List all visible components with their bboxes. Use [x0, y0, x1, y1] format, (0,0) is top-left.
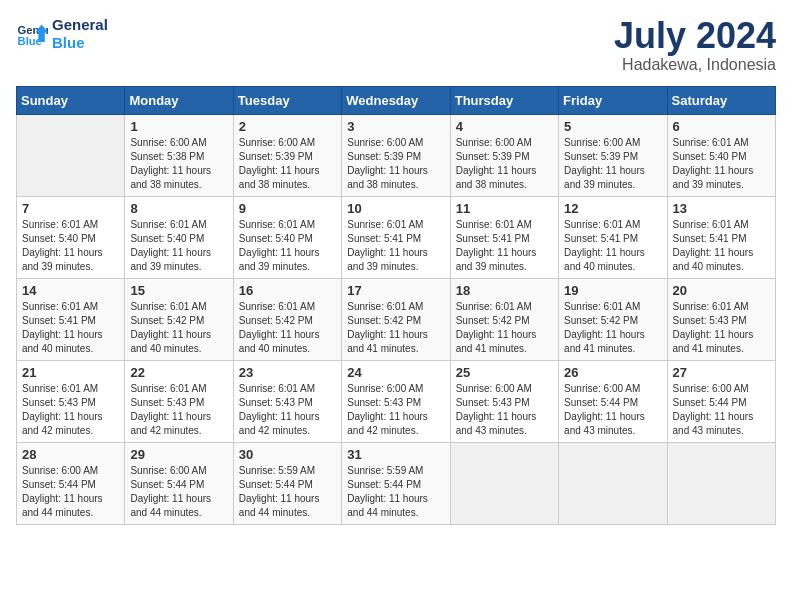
- day-info: Sunrise: 6:01 AMSunset: 5:41 PMDaylight:…: [564, 218, 661, 274]
- calendar-cell: 2Sunrise: 6:00 AMSunset: 5:39 PMDaylight…: [233, 114, 341, 196]
- calendar-cell: 24Sunrise: 6:00 AMSunset: 5:43 PMDayligh…: [342, 360, 450, 442]
- calendar-cell: 14Sunrise: 6:01 AMSunset: 5:41 PMDayligh…: [17, 278, 125, 360]
- day-number: 10: [347, 201, 444, 216]
- day-info: Sunrise: 6:00 AMSunset: 5:39 PMDaylight:…: [239, 136, 336, 192]
- day-number: 20: [673, 283, 770, 298]
- calendar-cell: 1Sunrise: 6:00 AMSunset: 5:38 PMDaylight…: [125, 114, 233, 196]
- day-number: 24: [347, 365, 444, 380]
- day-info: Sunrise: 6:00 AMSunset: 5:44 PMDaylight:…: [22, 464, 119, 520]
- weekday-row: SundayMondayTuesdayWednesdayThursdayFrid…: [17, 86, 776, 114]
- day-info: Sunrise: 6:01 AMSunset: 5:41 PMDaylight:…: [673, 218, 770, 274]
- day-info: Sunrise: 6:00 AMSunset: 5:38 PMDaylight:…: [130, 136, 227, 192]
- day-info: Sunrise: 6:01 AMSunset: 5:42 PMDaylight:…: [564, 300, 661, 356]
- weekday-header-tuesday: Tuesday: [233, 86, 341, 114]
- calendar-cell: 6Sunrise: 6:01 AMSunset: 5:40 PMDaylight…: [667, 114, 775, 196]
- calendar-cell: 10Sunrise: 6:01 AMSunset: 5:41 PMDayligh…: [342, 196, 450, 278]
- calendar-cell: 18Sunrise: 6:01 AMSunset: 5:42 PMDayligh…: [450, 278, 558, 360]
- day-number: 23: [239, 365, 336, 380]
- day-number: 14: [22, 283, 119, 298]
- calendar-cell: 17Sunrise: 6:01 AMSunset: 5:42 PMDayligh…: [342, 278, 450, 360]
- calendar-cell: 5Sunrise: 6:00 AMSunset: 5:39 PMDaylight…: [559, 114, 667, 196]
- logo-general: General: [52, 16, 108, 34]
- location: Hadakewa, Indonesia: [614, 56, 776, 74]
- day-info: Sunrise: 6:00 AMSunset: 5:44 PMDaylight:…: [673, 382, 770, 438]
- day-info: Sunrise: 5:59 AMSunset: 5:44 PMDaylight:…: [347, 464, 444, 520]
- day-number: 4: [456, 119, 553, 134]
- logo-icon: General Blue: [16, 18, 48, 50]
- day-number: 15: [130, 283, 227, 298]
- calendar-cell: [450, 442, 558, 524]
- calendar-cell: 20Sunrise: 6:01 AMSunset: 5:43 PMDayligh…: [667, 278, 775, 360]
- calendar-week-4: 28Sunrise: 6:00 AMSunset: 5:44 PMDayligh…: [17, 442, 776, 524]
- weekday-header-monday: Monday: [125, 86, 233, 114]
- calendar-cell: 3Sunrise: 6:00 AMSunset: 5:39 PMDaylight…: [342, 114, 450, 196]
- day-number: 28: [22, 447, 119, 462]
- day-info: Sunrise: 6:01 AMSunset: 5:40 PMDaylight:…: [22, 218, 119, 274]
- day-number: 31: [347, 447, 444, 462]
- calendar-table: SundayMondayTuesdayWednesdayThursdayFrid…: [16, 86, 776, 525]
- calendar-header: SundayMondayTuesdayWednesdayThursdayFrid…: [17, 86, 776, 114]
- day-number: 30: [239, 447, 336, 462]
- day-info: Sunrise: 6:01 AMSunset: 5:42 PMDaylight:…: [239, 300, 336, 356]
- day-info: Sunrise: 6:01 AMSunset: 5:43 PMDaylight:…: [130, 382, 227, 438]
- calendar-cell: 28Sunrise: 6:00 AMSunset: 5:44 PMDayligh…: [17, 442, 125, 524]
- logo: General Blue General Blue: [16, 16, 108, 52]
- calendar-cell: [17, 114, 125, 196]
- calendar-cell: [559, 442, 667, 524]
- day-info: Sunrise: 6:01 AMSunset: 5:41 PMDaylight:…: [347, 218, 444, 274]
- day-number: 26: [564, 365, 661, 380]
- day-number: 7: [22, 201, 119, 216]
- day-number: 13: [673, 201, 770, 216]
- day-info: Sunrise: 6:01 AMSunset: 5:41 PMDaylight:…: [22, 300, 119, 356]
- calendar-cell: 23Sunrise: 6:01 AMSunset: 5:43 PMDayligh…: [233, 360, 341, 442]
- weekday-header-thursday: Thursday: [450, 86, 558, 114]
- day-number: 1: [130, 119, 227, 134]
- day-number: 17: [347, 283, 444, 298]
- day-number: 25: [456, 365, 553, 380]
- calendar-cell: 19Sunrise: 6:01 AMSunset: 5:42 PMDayligh…: [559, 278, 667, 360]
- day-number: 29: [130, 447, 227, 462]
- weekday-header-wednesday: Wednesday: [342, 86, 450, 114]
- calendar-cell: 27Sunrise: 6:00 AMSunset: 5:44 PMDayligh…: [667, 360, 775, 442]
- calendar-cell: 8Sunrise: 6:01 AMSunset: 5:40 PMDaylight…: [125, 196, 233, 278]
- day-info: Sunrise: 6:00 AMSunset: 5:44 PMDaylight:…: [130, 464, 227, 520]
- day-number: 21: [22, 365, 119, 380]
- day-number: 16: [239, 283, 336, 298]
- calendar-cell: 22Sunrise: 6:01 AMSunset: 5:43 PMDayligh…: [125, 360, 233, 442]
- day-number: 6: [673, 119, 770, 134]
- month-title: July 2024: [614, 16, 776, 56]
- day-number: 22: [130, 365, 227, 380]
- day-number: 12: [564, 201, 661, 216]
- calendar-cell: 4Sunrise: 6:00 AMSunset: 5:39 PMDaylight…: [450, 114, 558, 196]
- day-number: 18: [456, 283, 553, 298]
- day-info: Sunrise: 6:01 AMSunset: 5:43 PMDaylight:…: [673, 300, 770, 356]
- day-number: 9: [239, 201, 336, 216]
- calendar-cell: 29Sunrise: 6:00 AMSunset: 5:44 PMDayligh…: [125, 442, 233, 524]
- day-info: Sunrise: 6:01 AMSunset: 5:40 PMDaylight:…: [130, 218, 227, 274]
- day-info: Sunrise: 6:01 AMSunset: 5:42 PMDaylight:…: [347, 300, 444, 356]
- calendar-week-0: 1Sunrise: 6:00 AMSunset: 5:38 PMDaylight…: [17, 114, 776, 196]
- day-info: Sunrise: 6:01 AMSunset: 5:42 PMDaylight:…: [130, 300, 227, 356]
- day-info: Sunrise: 6:01 AMSunset: 5:43 PMDaylight:…: [239, 382, 336, 438]
- day-info: Sunrise: 6:01 AMSunset: 5:40 PMDaylight:…: [673, 136, 770, 192]
- calendar-week-2: 14Sunrise: 6:01 AMSunset: 5:41 PMDayligh…: [17, 278, 776, 360]
- day-info: Sunrise: 6:01 AMSunset: 5:43 PMDaylight:…: [22, 382, 119, 438]
- day-info: Sunrise: 6:01 AMSunset: 5:40 PMDaylight:…: [239, 218, 336, 274]
- calendar-cell: 21Sunrise: 6:01 AMSunset: 5:43 PMDayligh…: [17, 360, 125, 442]
- calendar-cell: 15Sunrise: 6:01 AMSunset: 5:42 PMDayligh…: [125, 278, 233, 360]
- calendar-cell: 9Sunrise: 6:01 AMSunset: 5:40 PMDaylight…: [233, 196, 341, 278]
- calendar-cell: 25Sunrise: 6:00 AMSunset: 5:43 PMDayligh…: [450, 360, 558, 442]
- day-number: 8: [130, 201, 227, 216]
- day-info: Sunrise: 6:00 AMSunset: 5:44 PMDaylight:…: [564, 382, 661, 438]
- page-header: General Blue General Blue July 2024 Hada…: [16, 16, 776, 74]
- day-info: Sunrise: 6:01 AMSunset: 5:42 PMDaylight:…: [456, 300, 553, 356]
- calendar-week-1: 7Sunrise: 6:01 AMSunset: 5:40 PMDaylight…: [17, 196, 776, 278]
- logo-blue: Blue: [52, 34, 108, 52]
- weekday-header-saturday: Saturday: [667, 86, 775, 114]
- calendar-cell: [667, 442, 775, 524]
- day-info: Sunrise: 6:00 AMSunset: 5:43 PMDaylight:…: [347, 382, 444, 438]
- title-block: July 2024 Hadakewa, Indonesia: [614, 16, 776, 74]
- day-info: Sunrise: 6:00 AMSunset: 5:39 PMDaylight:…: [564, 136, 661, 192]
- day-info: Sunrise: 6:00 AMSunset: 5:39 PMDaylight:…: [347, 136, 444, 192]
- calendar-cell: 7Sunrise: 6:01 AMSunset: 5:40 PMDaylight…: [17, 196, 125, 278]
